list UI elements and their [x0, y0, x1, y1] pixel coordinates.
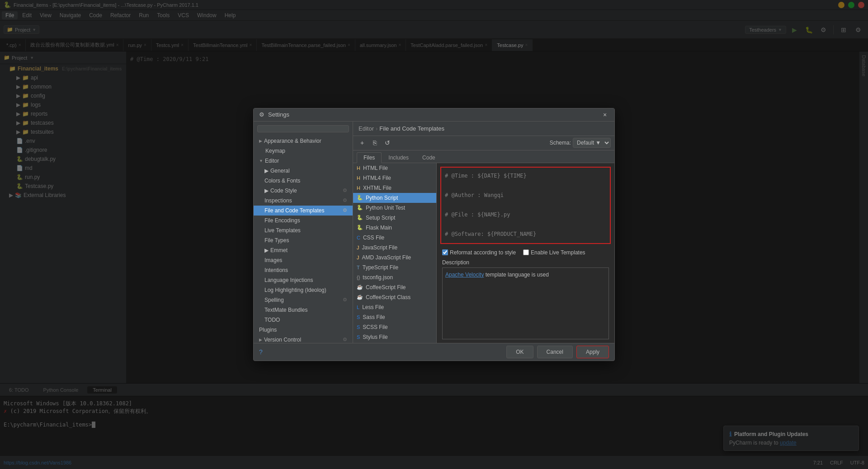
- help-icon[interactable]: ?: [259, 348, 263, 356]
- add-template-button[interactable]: +: [357, 137, 368, 148]
- xhtml-icon: H: [357, 185, 360, 191]
- template-item-setup[interactable]: 🐍 Setup Script: [353, 213, 436, 223]
- less-icon: L: [357, 305, 359, 310]
- live-templates-label: Enable Live Templates: [531, 249, 585, 256]
- tab-includes[interactable]: Includes: [382, 152, 415, 163]
- reformat-checkbox[interactable]: [442, 249, 448, 255]
- template-item-label: tsconfig.json: [363, 274, 393, 281]
- template-tabs: Files Includes Code: [353, 150, 614, 163]
- nav-images-label: Images: [264, 257, 282, 263]
- copy-template-button[interactable]: ⎘: [369, 137, 380, 148]
- schema-dropdown[interactable]: Default ▼: [573, 138, 611, 148]
- nav-editor-label: Editor: [265, 158, 279, 164]
- templates-main: H HTML File H HTML4 File H XHTML File: [353, 163, 614, 343]
- nav-lang-inject-label: Language Injections: [264, 277, 313, 283]
- coffee-icon: ☕: [357, 284, 363, 290]
- description-velocity-link[interactable]: Apache Velocity: [445, 272, 484, 278]
- nav-vcs[interactable]: ▶ Version Control ⚙: [254, 335, 353, 343]
- ok-button[interactable]: OK: [506, 346, 533, 358]
- expand-icon: ▶: [264, 247, 269, 253]
- template-item-flask[interactable]: 🐍 Flask Main: [353, 223, 436, 233]
- nav-plugins-label: Plugins: [259, 327, 277, 333]
- html4-icon: H: [357, 175, 360, 181]
- nav-intentions[interactable]: Intentions: [254, 265, 353, 275]
- template-item-js[interactable]: J JavaScript File: [353, 243, 436, 253]
- code-line-5: # @File : ${NAME}.py: [445, 210, 606, 220]
- settings-dialog: ⚙ Settings × ▶ Appearance & Behavior Key…: [253, 108, 615, 361]
- tsconfig-icon: {}: [357, 275, 360, 280]
- amd-icon: J: [357, 255, 359, 260]
- nav-codestyle[interactable]: ▶ Code Style ⚙: [254, 186, 353, 196]
- template-item-python[interactable]: 🐍 Python Script: [353, 193, 436, 203]
- apply-button[interactable]: Apply: [576, 346, 609, 358]
- nav-file-types[interactable]: File Types: [254, 235, 353, 245]
- nav-file-templates[interactable]: File and Code Templates ⚙: [254, 206, 353, 216]
- nav-plugins[interactable]: Plugins: [254, 325, 353, 335]
- settings-search-input[interactable]: [257, 125, 349, 132]
- ts-icon: T: [357, 265, 360, 270]
- template-item-sass[interactable]: S Sass File: [353, 312, 436, 322]
- template-item-ts[interactable]: T TypeScript File: [353, 263, 436, 272]
- template-code-editor[interactable]: # @Time : ${DATE} ${TIME} # @Author : Wa…: [440, 167, 611, 244]
- template-item-label: JavaScript File: [362, 244, 398, 251]
- js-icon: J: [357, 245, 359, 250]
- template-editor-panel: # @Time : ${DATE} ${TIME} # @Author : Wa…: [437, 163, 614, 343]
- expand-icon: ▶: [264, 188, 269, 194]
- template-item-amd[interactable]: J AMD JavaScript File: [353, 253, 436, 263]
- template-item-xhtml[interactable]: H XHTML File: [353, 183, 436, 193]
- template-item-label: Less File: [362, 304, 384, 310]
- template-item-html[interactable]: H HTML File: [353, 163, 436, 173]
- reset-template-button[interactable]: ↺: [382, 137, 393, 148]
- template-item-coffee[interactable]: ☕ CoffeeScript File: [353, 282, 436, 292]
- template-item-html4[interactable]: H HTML4 File: [353, 173, 436, 183]
- live-templates-checkbox[interactable]: [523, 249, 529, 255]
- nav-general[interactable]: ▶ General: [254, 166, 353, 176]
- description-box: Apache Velocity template language is use…: [442, 267, 609, 339]
- template-item-label: CSS File: [363, 234, 384, 241]
- nav-spelling-label: Spelling: [264, 297, 284, 303]
- template-item-python-test[interactable]: 🐍 Python Unit Test: [353, 203, 436, 213]
- cancel-button[interactable]: Cancel: [537, 346, 573, 358]
- dialog-settings-icon: ⚙: [259, 111, 264, 118]
- nav-todo[interactable]: TODO: [254, 315, 353, 325]
- tab-includes-label: Includes: [388, 155, 409, 161]
- tab-files[interactable]: Files: [357, 152, 382, 163]
- nav-editor[interactable]: ▼ Editor: [254, 156, 353, 166]
- template-item-stylus[interactable]: S Stylus File: [353, 332, 436, 342]
- nav-log-highlight-label: Log Highlighting (Ideolog): [264, 287, 326, 293]
- nav-file-encodings-label: File Encodings: [264, 217, 300, 224]
- nav-log-highlight[interactable]: Log Highlighting (Ideolog): [254, 285, 353, 295]
- nav-vcs-label: Version Control: [264, 337, 301, 343]
- coffee-class-icon: ☕: [357, 294, 363, 300]
- live-templates-checkbox-label[interactable]: Enable Live Templates: [523, 249, 585, 256]
- nav-file-encodings[interactable]: File Encodings: [254, 216, 353, 225]
- nav-live-templates[interactable]: Live Templates: [254, 225, 353, 235]
- template-item-label: HTML File: [363, 165, 388, 171]
- breadcrumb-separator: ›: [376, 125, 377, 132]
- gear-icon: ⚙: [343, 197, 347, 203]
- template-item-scss[interactable]: S SCSS File: [353, 322, 436, 332]
- template-item-label: CoffeeScript Class: [366, 294, 410, 300]
- dialog-close-button[interactable]: ×: [601, 111, 609, 119]
- nav-spelling[interactable]: Spelling ⚙: [254, 295, 353, 305]
- code-line-3: # @Author : Wangqi: [445, 191, 606, 201]
- nav-colors[interactable]: Colors & Fonts: [254, 176, 353, 186]
- nav-textmate[interactable]: TextMate Bundles: [254, 305, 353, 315]
- tab-code[interactable]: Code: [415, 152, 442, 163]
- code-line-2: [445, 181, 606, 191]
- template-item-label: Flask Main: [366, 225, 392, 231]
- reformat-checkbox-label[interactable]: Reformat according to style: [442, 249, 516, 256]
- template-item-less[interactable]: L Less File: [353, 302, 436, 312]
- nav-inspections[interactable]: Inspections ⚙: [254, 196, 353, 206]
- template-item-tsconfig[interactable]: {} tsconfig.json: [353, 272, 436, 282]
- nav-lang-inject[interactable]: Language Injections: [254, 275, 353, 285]
- nav-emmet[interactable]: ▶ Emmet: [254, 245, 353, 255]
- dialog-body: ▶ Appearance & Behavior Keymap ▼ Editor …: [254, 122, 614, 343]
- expand-icon: ▶: [264, 168, 269, 174]
- nav-images[interactable]: Images: [254, 255, 353, 265]
- template-item-coffee-class[interactable]: ☕ CoffeeScript Class: [353, 292, 436, 302]
- template-item-label: SCSS File: [363, 324, 387, 330]
- nav-appearance[interactable]: ▶ Appearance & Behavior: [254, 136, 353, 146]
- template-item-css[interactable]: C CSS File: [353, 233, 436, 243]
- nav-keymap[interactable]: Keymap: [254, 146, 353, 156]
